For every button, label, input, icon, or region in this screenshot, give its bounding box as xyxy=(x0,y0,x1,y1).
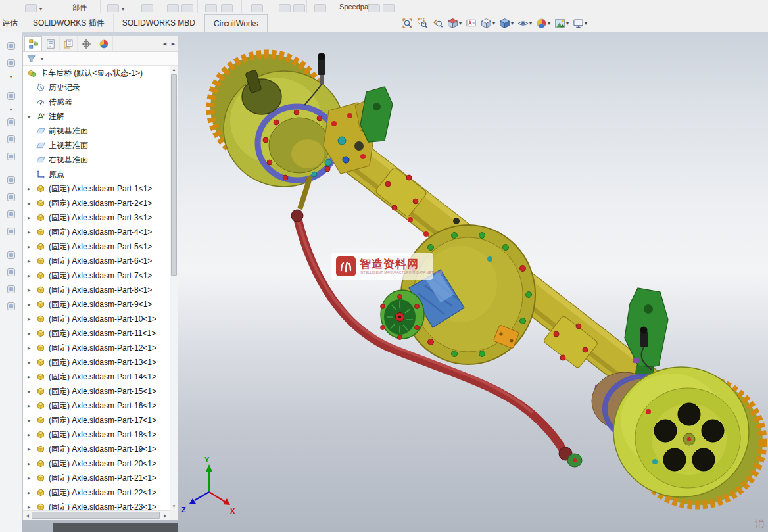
tree-horizontal-scrollbar[interactable]: ◀ ▶ xyxy=(23,510,170,520)
filter-funnel-icon[interactable] xyxy=(26,54,36,64)
expander-icon[interactable]: ▸ xyxy=(28,417,36,423)
view-settings-button[interactable]: ▾ xyxy=(571,16,589,30)
ribbon-icon-stub[interactable] xyxy=(251,4,263,12)
expander-icon[interactable]: ▸ xyxy=(28,388,36,395)
left-toolbar-button[interactable] xyxy=(3,173,19,187)
bracket-top-green[interactable] xyxy=(360,87,393,142)
tree-item[interactable]: ▸(固定) Axle.sldasm-Part-4<1> xyxy=(23,225,170,239)
section-view-button[interactable]: ▾ xyxy=(445,16,464,30)
commandmanager-tab[interactable]: SOLIDWORKS MBD xyxy=(114,14,204,32)
right-brake-drum[interactable] xyxy=(592,367,763,505)
dropdown-arrow-icon[interactable]: ▾ xyxy=(492,20,495,26)
ribbon-icon-stub[interactable] xyxy=(293,4,305,12)
display-style-button[interactable]: ▾ xyxy=(497,16,516,30)
panel-next-arrow[interactable]: ▶ xyxy=(169,37,178,51)
tree-item[interactable]: ▸(固定) Axle.sldasm-Part-5<1> xyxy=(23,239,170,254)
speedpak-button[interactable]: Speedpak xyxy=(339,3,372,11)
expander-icon[interactable]: ▸ xyxy=(28,374,36,380)
ribbon-icon-stub[interactable] xyxy=(141,4,153,12)
ribbon-icon-stub[interactable] xyxy=(314,4,326,12)
dropdown-arrow-icon[interactable]: ▾ xyxy=(566,20,569,26)
expander-icon[interactable]: ▸ xyxy=(28,185,36,192)
left-toolbar-button[interactable] xyxy=(3,149,19,164)
scroll-right-arrow[interactable]: ▶ xyxy=(161,511,170,520)
dropdown-arrow-icon[interactable]: ▾ xyxy=(39,6,42,12)
expander-icon[interactable]: ▸ xyxy=(28,243,36,250)
tree-item[interactable]: 历史记录 xyxy=(23,80,170,95)
view-orientation-button[interactable]: ▾ xyxy=(479,16,497,30)
previous-view-button[interactable] xyxy=(430,16,445,30)
expander-icon[interactable]: ▸ xyxy=(28,214,36,221)
taskbar-fragment[interactable] xyxy=(53,523,178,532)
expander-icon[interactable]: ▸ xyxy=(28,345,36,351)
tree-item[interactable]: ▸注解 xyxy=(23,109,170,124)
tree-item[interactable]: ▸(固定) Axle.sldasm-Part-2<1> xyxy=(23,196,170,210)
ribbon-icon-stub[interactable] xyxy=(205,4,217,12)
scroll-left-arrow[interactable]: ◀ xyxy=(23,511,32,520)
expander-icon[interactable]: ▸ xyxy=(28,431,36,438)
tree-item[interactable]: 右视基准面 xyxy=(23,153,170,167)
ribbon-icon-stub[interactable] xyxy=(25,4,37,12)
commandmanager-tab[interactable]: CircuitWorks xyxy=(204,14,268,32)
dropdown-arrow-icon[interactable]: ▾ xyxy=(529,20,532,26)
ribbon-icon-stub[interactable] xyxy=(279,4,291,12)
tree-item[interactable]: ▸(固定) Axle.sldasm-Part-20<1> xyxy=(23,456,170,471)
dropdown-arrow-icon[interactable]: ▾ xyxy=(41,56,43,62)
zoom-to-area-button[interactable] xyxy=(415,16,430,30)
panel-prev-arrow[interactable]: ◀ xyxy=(160,37,169,51)
expander-icon[interactable]: ▸ xyxy=(28,460,36,467)
tree-item[interactable]: ▸(固定) Axle.sldasm-Part-22<1> xyxy=(23,485,170,500)
left-toolbar-button[interactable] xyxy=(3,207,19,222)
left-toolbar-button[interactable] xyxy=(3,132,19,147)
flyout-chevron-icon[interactable]: ▾ xyxy=(3,105,19,113)
dynamic-annotation-views-button[interactable] xyxy=(464,16,479,30)
ribbon-icon-stub[interactable] xyxy=(221,4,233,12)
dropdown-arrow-icon[interactable]: ▾ xyxy=(511,20,514,26)
expander-icon[interactable]: ▸ xyxy=(28,272,36,279)
left-toolbar-button[interactable] xyxy=(3,282,19,297)
tree-item[interactable]: ▸(固定) Axle.sldasm-Part-17<1> xyxy=(23,413,170,427)
tree-item[interactable]: ▸(固定) Axle.sldasm-Part-8<1> xyxy=(23,283,170,297)
expander-icon[interactable]: ▸ xyxy=(28,402,36,409)
tree-root-item[interactable]: 卡车后桥 (默认<显示状态-1>) xyxy=(23,66,170,80)
horizontal-scroll-thumb[interactable] xyxy=(32,512,160,519)
tree-item[interactable]: 原点 xyxy=(23,167,170,181)
tree-filter-bar[interactable]: ▾ xyxy=(23,52,178,66)
left-toolbar-button[interactable] xyxy=(3,265,19,279)
tree-item[interactable]: ▸(固定) Axle.sldasm-Part-1<1> xyxy=(23,181,170,196)
expander-icon[interactable]: ▸ xyxy=(28,287,36,293)
tree-item[interactable]: ▸(固定) Axle.sldasm-Part-9<1> xyxy=(23,297,170,312)
expander-icon[interactable]: ▸ xyxy=(28,446,36,452)
tree-vertical-scrollbar[interactable]: ▲ ▼ xyxy=(170,66,178,510)
left-toolbar-button[interactable] xyxy=(3,224,19,239)
flyout-chevron-icon[interactable]: ▾ xyxy=(3,72,19,80)
dropdown-arrow-icon[interactable]: ▾ xyxy=(585,20,587,26)
left-toolbar-button[interactable] xyxy=(3,56,19,70)
commandmanager-tab[interactable]: SOLIDWORKS 插件 xyxy=(24,14,114,32)
dropdown-arrow-icon[interactable]: ▾ xyxy=(459,20,462,26)
dimxpertmanager-tab[interactable] xyxy=(78,36,95,51)
ribbon-icon-stub[interactable] xyxy=(368,4,380,12)
left-toolbar-button[interactable] xyxy=(3,248,19,262)
expander-icon[interactable]: ▸ xyxy=(28,258,36,264)
expander-icon[interactable]: ▸ xyxy=(28,504,36,510)
left-toolbar-button[interactable] xyxy=(3,39,19,53)
tree-item[interactable]: ▸(固定) Axle.sldasm-Part-16<1> xyxy=(23,399,170,413)
tree-item[interactable]: ▸(固定) Axle.sldasm-Part-19<1> xyxy=(23,442,170,456)
insert-component-button[interactable]: 部件 xyxy=(72,3,87,12)
tree-item[interactable]: ▸(固定) Axle.sldasm-Part-6<1> xyxy=(23,254,170,268)
displaymanager-tab[interactable] xyxy=(95,36,113,51)
edit-appearance-button[interactable]: ▾ xyxy=(534,16,552,30)
scroll-up-arrow[interactable]: ▲ xyxy=(170,66,178,74)
apply-scene-button[interactable]: ▾ xyxy=(552,16,571,30)
hide-show-items-button[interactable]: ▾ xyxy=(516,16,534,30)
tree-item[interactable]: ▸(固定) Axle.sldasm-Part-23<1> xyxy=(23,500,170,510)
propertymanager-tab[interactable] xyxy=(42,36,60,51)
tree-item[interactable]: ▸(固定) Axle.sldasm-Part-7<1> xyxy=(23,268,170,283)
configurationmanager-tab[interactable] xyxy=(60,36,78,51)
dropdown-arrow-icon[interactable]: ▾ xyxy=(122,6,124,12)
tree-item[interactable]: ▸(固定) Axle.sldasm-Part-13<1> xyxy=(23,355,170,370)
vertical-scroll-thumb[interactable] xyxy=(171,74,177,276)
tree-item[interactable]: ▸(固定) Axle.sldasm-Part-14<1> xyxy=(23,370,170,384)
tree-item[interactable]: ▸(固定) Axle.sldasm-Part-3<1> xyxy=(23,210,170,225)
